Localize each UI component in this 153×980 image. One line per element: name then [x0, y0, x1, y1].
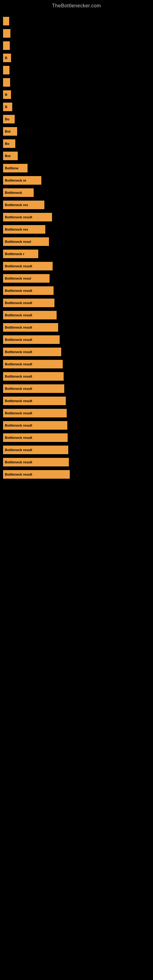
- bar-row: Bottleneck result: [3, 445, 150, 455]
- bar: Bottleneck result: [3, 286, 54, 295]
- bar: Bo: [3, 115, 15, 123]
- bar-row: Bottleneck re: [3, 175, 150, 185]
- bar: B: [3, 103, 12, 111]
- bar: Bottleneck result: [3, 299, 54, 307]
- bar-row: Bottleneck result: [3, 469, 150, 479]
- bar: [3, 29, 10, 38]
- bar: Bot: [3, 127, 17, 136]
- bar-row: Bottleneck result: [3, 384, 150, 393]
- bar: Bottleneck result: [3, 470, 70, 479]
- bar-row: Bottlene: [3, 163, 150, 173]
- bar: Bottleneck result: [3, 396, 66, 405]
- bar-row: Bottleneck result: [3, 457, 150, 467]
- bar-row: Bottleneck resul: [3, 274, 150, 283]
- bar-row: Bottleneck res: [3, 200, 150, 210]
- bar-label: Bottleneck result: [5, 326, 32, 329]
- bar-row: B: [3, 102, 150, 112]
- bar-row: Bottleneck result: [3, 347, 150, 357]
- bar: Bottleneck re: [3, 176, 41, 185]
- bar-label: B: [5, 105, 7, 109]
- bar: Bottleneck result: [3, 335, 60, 344]
- bar-row: Bottleneck result: [3, 286, 150, 296]
- bar-row: Bottleneck result: [3, 261, 150, 271]
- bar: Bottleneck result: [3, 372, 64, 381]
- bar-row: Bottleneck result: [3, 310, 150, 320]
- bar-label: Bottleneck result: [5, 338, 32, 342]
- bar: Bottleneck result: [3, 360, 63, 368]
- bar-label: Bottleneck re: [5, 178, 26, 182]
- bar: Bottleneck result: [3, 323, 58, 332]
- bar-row: Bo: [3, 114, 150, 124]
- bar-row: Bottleneck result: [3, 433, 150, 442]
- bar-label: Bottleneck res: [5, 228, 28, 231]
- bar-label: Bottleneck r: [5, 252, 24, 256]
- bar-row: Bo: [3, 139, 150, 148]
- bar-label: B: [5, 56, 7, 60]
- bar-label: Bottleneck result: [5, 411, 32, 415]
- bar-label: Bottleneck result: [5, 375, 32, 378]
- bar-row: Bottleneck result: [3, 298, 150, 308]
- bar: Bottleneck result: [3, 311, 57, 320]
- bar: Bo: [3, 139, 15, 148]
- bar-label: Bottleneck result: [5, 215, 32, 219]
- bar-row: B: [3, 90, 150, 100]
- bar-row: Bottleneck resul: [3, 237, 150, 247]
- bar: Bottleneck result: [3, 458, 69, 466]
- site-title: TheBottlenecker.com: [0, 0, 153, 10]
- bar: [3, 41, 10, 50]
- bar-label: Bottlene: [5, 166, 18, 170]
- bar-row: [3, 29, 150, 38]
- bar-label: Bottleneck result: [5, 436, 32, 439]
- bar-row: [3, 41, 150, 51]
- bar-label: Bot: [5, 130, 10, 133]
- bar-label: Bo: [5, 142, 10, 145]
- bar-label: Bottleneck result: [5, 350, 32, 354]
- bar: B: [3, 90, 11, 99]
- bar-row: Bottleneck: [3, 188, 150, 197]
- bar: Bot: [3, 151, 18, 160]
- bar-label: Bottleneck result: [5, 399, 32, 403]
- bar: Bottleneck result: [3, 348, 61, 356]
- bar-label: Bottleneck: [5, 191, 22, 194]
- bar-row: Bottleneck result: [3, 396, 150, 406]
- bar: Bottleneck res: [3, 200, 45, 209]
- bar: [3, 66, 10, 75]
- bar: B: [3, 54, 11, 62]
- bar-label: Bottleneck result: [5, 362, 32, 366]
- bars-container: BBBBoBotBoBotBottleneBottleneck reBottle…: [0, 10, 153, 488]
- bar-label: Bottleneck result: [5, 289, 32, 293]
- bar: Bottleneck result: [3, 409, 67, 417]
- bar-label: Bottleneck resul: [5, 277, 31, 280]
- bar-row: [3, 78, 150, 87]
- bar: Bottleneck result: [3, 445, 68, 454]
- bar-row: Bottleneck result: [3, 420, 150, 430]
- bar-row: Bottleneck result: [3, 335, 150, 345]
- bar-label: Bottleneck result: [5, 473, 32, 476]
- bar-label: Bottleneck result: [5, 264, 32, 268]
- bar: Bottleneck resul: [3, 237, 49, 246]
- bar: Bottleneck res: [3, 225, 45, 234]
- bar: [3, 78, 10, 87]
- bar-row: Bottleneck result: [3, 408, 150, 418]
- bar-label: Bot: [5, 154, 10, 158]
- bar-label: Bottleneck result: [5, 460, 32, 464]
- bar-label: Bottleneck result: [5, 313, 32, 317]
- bar: Bottleneck result: [3, 262, 53, 270]
- bar: [3, 17, 9, 25]
- bar: Bottleneck result: [3, 433, 68, 442]
- bar: Bottleneck result: [3, 384, 64, 393]
- bar-row: [3, 65, 150, 75]
- bar: Bottleneck result: [3, 421, 67, 430]
- bar-row: B: [3, 53, 150, 63]
- bar-row: Bottleneck result: [3, 323, 150, 332]
- bar-label: Bottleneck result: [5, 423, 32, 427]
- bar: Bottleneck result: [3, 213, 52, 221]
- bar-row: Bottleneck res: [3, 224, 150, 234]
- bar-label: B: [5, 93, 7, 97]
- bar-row: Bottleneck r: [3, 249, 150, 259]
- bar: Bottleneck r: [3, 250, 38, 258]
- bar-label: Bottleneck result: [5, 448, 32, 452]
- bar: Bottlene: [3, 164, 27, 172]
- bar-label: Bottleneck res: [5, 203, 28, 207]
- bar-label: Bottleneck result: [5, 301, 32, 305]
